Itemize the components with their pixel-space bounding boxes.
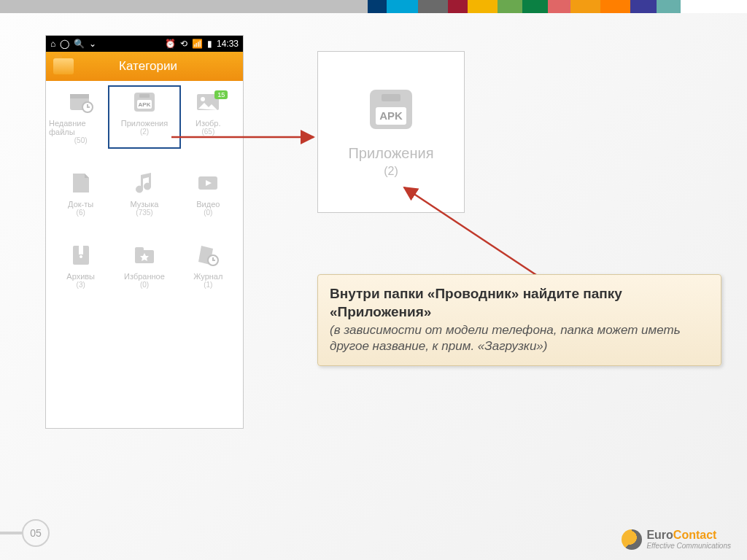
category-count: (1): [204, 281, 212, 289]
category-label: Архивы: [66, 272, 95, 281]
category-log[interactable]: Журнал (1): [177, 243, 240, 289]
home-icon: ⌂: [50, 39, 55, 49]
page-line: [0, 532, 22, 534]
category-label: Музыка: [131, 200, 159, 209]
note-subtext: (в зависимости от модели телефона, папка…: [330, 322, 709, 354]
android-statusbar: ⌂ ◯ 🔍 ⌄ ⏰ ⟲ 📶 ▮ 14:33: [46, 36, 243, 52]
category-count: (0): [140, 281, 149, 289]
brand-swirl-icon: [622, 529, 642, 550]
category-count: (2): [140, 128, 149, 136]
zoom-count: (2): [384, 165, 398, 178]
slide-canvas: ⌂ ◯ 🔍 ⌄ ⏰ ⟲ 📶 ▮ 14:33 Категории Недавние…: [0, 13, 747, 560]
arrow-to-note: [400, 183, 546, 285]
category-label: Изобр.: [196, 119, 220, 128]
apk-icon: [131, 90, 158, 114]
recent-icon: [67, 90, 95, 114]
apk-icon: [365, 87, 417, 135]
fav-icon: [131, 243, 158, 268]
category-label: Видео: [196, 200, 220, 209]
category-label: Недавние файлы: [49, 119, 112, 136]
chevron-down-icon: ⌄: [89, 39, 96, 49]
video-icon: [194, 171, 222, 195]
category-fav[interactable]: Избранное (0): [112, 243, 176, 289]
zoom-label: Приложения: [348, 145, 433, 162]
decorative-top-stripe: [0, 0, 747, 13]
battery-icon: ▮: [207, 39, 212, 49]
instruction-note: Внутри папки «Проводник» найдите папку «…: [317, 274, 721, 366]
category-recent[interactable]: Недавние файлы (50): [49, 90, 112, 144]
search-icon: 🔍: [74, 39, 85, 49]
archive-icon: [67, 243, 95, 268]
app-bar-title: Категории: [53, 59, 243, 74]
alarm-icon: ⏰: [165, 39, 176, 49]
category-count: (3): [77, 281, 85, 289]
phone-screenshot: ⌂ ◯ 🔍 ⌄ ⏰ ⟲ 📶 ▮ 14:33 Категории Недавние…: [45, 35, 244, 429]
doc-icon: [67, 171, 95, 195]
statusbar-time: 14:33: [217, 39, 239, 49]
category-label: Избранное: [124, 272, 165, 281]
category-doc[interactable]: Док-ты (6): [49, 171, 112, 217]
signal-icon: 📶: [192, 39, 203, 49]
arrow-to-zoom: [171, 130, 325, 144]
category-count: (50): [74, 136, 88, 144]
category-count: (735): [136, 209, 152, 217]
sync-icon: ⟲: [180, 39, 187, 49]
badge: 15: [214, 90, 228, 99]
log-icon: [194, 243, 222, 268]
image-icon: 15: [194, 90, 222, 114]
category-label: Приложения: [121, 119, 168, 128]
category-video[interactable]: Видео (0): [177, 171, 240, 217]
category-apk[interactable]: Приложения (2): [112, 90, 176, 144]
brand-logo: EuroContact Effective Communications: [622, 529, 731, 550]
folder-icon: [53, 58, 74, 74]
category-count: (6): [77, 209, 85, 217]
note-headline: Внутри папки «Проводник» найдите папку «…: [330, 285, 709, 321]
svg-line-21: [404, 187, 538, 276]
category-label: Док-ты: [68, 200, 93, 209]
category-archive[interactable]: Архивы (3): [49, 243, 112, 289]
category-label: Журнал: [193, 272, 222, 281]
page-number: 05: [22, 519, 50, 547]
circle-icon: ◯: [60, 39, 69, 49]
app-bar: Категории: [46, 52, 243, 81]
category-grid: Недавние файлы (50) Приложения (2)15 Изо…: [46, 81, 243, 298]
music-icon: [131, 171, 158, 195]
category-count: (0): [204, 209, 212, 217]
category-music[interactable]: Музыка (735): [112, 171, 176, 217]
